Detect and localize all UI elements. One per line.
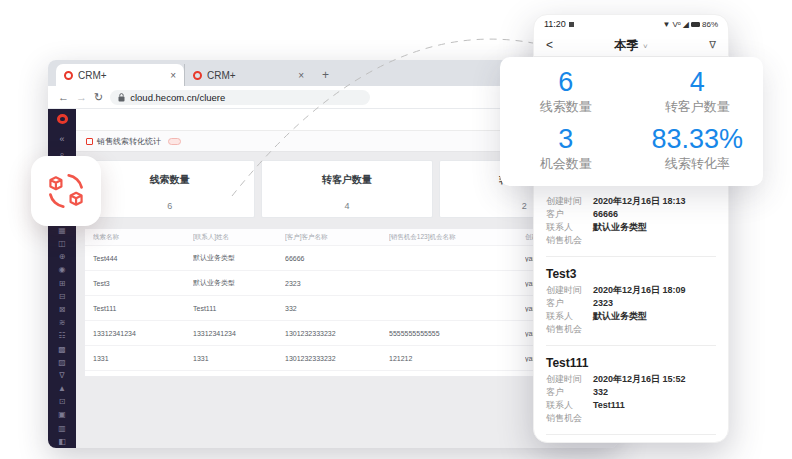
sidebar-module-icon[interactable]: ▩ <box>58 343 66 356</box>
sidebar-module-icon[interactable]: ◉ <box>59 263 66 276</box>
field-value: Test111 <box>593 399 625 412</box>
cell-customer: 2323 <box>285 280 389 287</box>
sidebar-module-icon[interactable]: ⊞ <box>59 277 66 290</box>
period-selector[interactable]: 本季 <box>615 38 639 52</box>
crm-favicon-icon <box>193 71 202 80</box>
stat-card-title: 转客户数量 <box>262 173 431 187</box>
field-label: 客户 <box>546 386 593 399</box>
cell-lead-name: Test111 <box>93 305 193 312</box>
stat-card-leads: 线索数量 6 <box>84 160 255 218</box>
field-value: 2020年12月16日 18:09 <box>593 284 686 297</box>
table-row[interactable]: 1331 1331 1301232333232 121212 yangb <box>85 346 609 371</box>
page-title[interactable]: 销售线索转化统计 <box>97 136 161 147</box>
stat-card-value: 6 <box>85 201 254 211</box>
signal-icon: ◢ <box>683 20 689 29</box>
sidebar-module-icon[interactable]: ∇ <box>59 369 64 382</box>
sidebar-module-icon[interactable]: ▨ <box>58 356 66 369</box>
cell-customer: 1301232333232 <box>285 355 389 362</box>
close-tab-icon[interactable]: × <box>298 70 304 81</box>
list-item[interactable]: Test3 创建时间2020年12月16日 18:09 客户2323 联系人默认… <box>546 256 716 336</box>
sidebar-module-icon[interactable]: ⊕ <box>59 250 66 263</box>
back-chevron-icon[interactable]: < <box>546 38 553 52</box>
sidebar-module-icon[interactable]: ▣ <box>58 408 66 421</box>
cell-lead-name: 13312341234 <box>93 330 193 337</box>
sidebar-module-icon[interactable]: ⊡ <box>59 395 66 408</box>
field-value: 默认业务类型 <box>593 221 647 234</box>
sidebar-module-icon[interactable]: ▲ <box>58 382 66 395</box>
stat-value: 83.33% <box>632 124 764 154</box>
cell-customer: 1301232333232 <box>285 330 389 337</box>
stat-value: 4 <box>632 67 764 97</box>
field-label: 联系人 <box>546 221 593 234</box>
field-label: 销售机会 <box>546 412 593 425</box>
field-label: 创建时间 <box>546 373 593 386</box>
tab-title: CRM+ <box>78 70 165 81</box>
sidebar-module-icon[interactable]: ☷ <box>58 329 65 342</box>
stat-label: 线索数量 <box>500 98 632 116</box>
wifi-icon: ▼ <box>663 20 671 29</box>
stat-value: 6 <box>500 67 632 97</box>
field-label: 创建时间 <box>546 284 593 297</box>
cell-opportunity: 121212 <box>389 355 525 362</box>
phone-status-bar: 11:20 ▼ Vᵒ ◢ 86% <box>534 15 728 33</box>
reload-icon[interactable]: ↻ <box>94 91 103 104</box>
stat-value: 3 <box>500 124 632 154</box>
forward-icon[interactable]: → <box>76 91 87 103</box>
close-tab-icon[interactable]: × <box>170 70 176 81</box>
browser-tab-inactive[interactable]: CRM+ × <box>184 64 312 86</box>
stats-callout-card: 6 线索数量 4 转客户数量 3 机会数量 83.33% 线索转化率 <box>500 57 763 186</box>
stat-conversion-rate: 83.33% 线索转化率 <box>632 124 764 181</box>
cell-contact: 默认业务类型 <box>193 278 285 288</box>
address-bar[interactable]: cloud.hecom.cn/cluere <box>110 90 370 105</box>
list-item[interactable]: 创建时间2020年12月16日 18:13 客户66666 联系人默认业务类型 … <box>546 185 716 247</box>
browser-tab-active[interactable]: CRM+ × <box>56 64 184 86</box>
chevron-down-icon: ˅ <box>643 42 648 51</box>
sidebar-module-icon[interactable]: ≋ <box>59 316 66 329</box>
back-icon[interactable]: ← <box>58 91 69 103</box>
sidebar-module-icon[interactable]: ◫ <box>58 237 66 250</box>
sidebar-collapse-icon[interactable]: « <box>59 132 64 147</box>
filter-icon[interactable]: ∇ <box>709 39 716 50</box>
table-row[interactable]: Test111 Test111 332 yangb <box>85 296 609 321</box>
volte-icon: Vᵒ <box>672 20 680 29</box>
sidebar-module-icon[interactable]: ▥ <box>58 422 66 435</box>
entry-title: Test111 <box>546 356 716 370</box>
table-row[interactable]: Test3 默认业务类型 2323 yangb <box>85 271 609 296</box>
tab-title: CRM+ <box>207 70 293 81</box>
composite-screenshot: CRM+ × CRM+ × + ← → ↻ cloud.hecom.cn/clu… <box>0 0 792 459</box>
field-value: 2020年12月16日 15:52 <box>593 373 686 386</box>
stat-label: 转客户数量 <box>632 98 764 116</box>
cell-lead-name: 1331 <box>93 355 193 362</box>
cell-contact: 默认业务类型 <box>193 253 285 263</box>
field-label: 客户 <box>546 297 593 310</box>
sidebar-module-icon[interactable]: ⊠ <box>59 303 66 316</box>
sidebar-module-icon[interactable]: ◧ <box>58 435 66 448</box>
cell-contact: 13312341234 <box>193 330 285 337</box>
stat-opportunities: 3 机会数量 <box>500 124 632 181</box>
table-row[interactable]: Test444 默认业务类型 66666 yangb <box>85 246 609 271</box>
new-tab-button[interactable]: + <box>312 68 339 86</box>
sidebar-module-icon[interactable]: ⊟ <box>59 290 66 303</box>
list-item[interactable]: 13312341234 创建时间2020年12月16日 15:35 <box>546 434 716 443</box>
status-time: 11:20 <box>544 19 566 29</box>
cell-contact: Test111 <box>193 305 285 312</box>
stat-leads: 6 线索数量 <box>500 67 632 124</box>
entry-title: Test3 <box>546 267 716 281</box>
table-row[interactable]: 13312341234 13312341234 1301232333232 55… <box>85 321 609 346</box>
cell-opportunity: 5555555555555 <box>389 330 525 337</box>
cell-lead-name: Test3 <box>93 280 193 287</box>
report-icon <box>86 138 93 145</box>
field-value: 默认业务类型 <box>593 310 647 323</box>
field-label: 创建时间 <box>546 195 593 208</box>
cell-contact: 1331 <box>193 355 285 362</box>
field-label: 销售机会 <box>546 323 593 336</box>
column-header: [客户]客户名称 <box>285 233 389 242</box>
column-header: 线索名称 <box>93 233 193 242</box>
table-header-row: 线索名称 [联系人]姓名 [客户]客户名称 [销售机会123]机会名称 创建人 <box>85 229 609 246</box>
field-value: 332 <box>593 386 608 399</box>
field-value: 66666 <box>593 208 618 221</box>
column-header: [联系人]姓名 <box>193 233 285 242</box>
cell-customer: 332 <box>285 305 389 312</box>
list-item[interactable]: Test111 创建时间2020年12月16日 15:52 客户332 联系人T… <box>546 345 716 425</box>
field-value: 2323 <box>593 297 613 310</box>
